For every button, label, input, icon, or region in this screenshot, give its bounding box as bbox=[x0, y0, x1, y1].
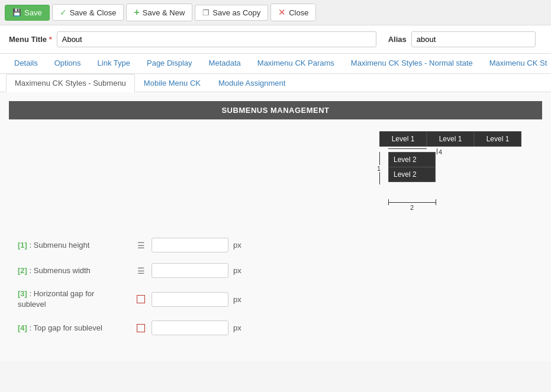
save-label: Save bbox=[24, 8, 42, 17]
level1-box-1: Level 1 bbox=[379, 131, 427, 147]
dim-2-left-tick bbox=[388, 199, 389, 205]
field-1-label: [1] : Submenu height bbox=[18, 241, 130, 250]
tab-maximenu-ck-st[interactable]: Maximenu CK St bbox=[481, 54, 551, 73]
field-3-label: [3] : Horizontal gap for sublevel bbox=[18, 289, 130, 310]
field-2-input[interactable] bbox=[152, 263, 228, 278]
dim-4-label: 4 bbox=[439, 148, 442, 155]
required-marker: * bbox=[49, 35, 52, 44]
tab-options[interactable]: Options bbox=[46, 54, 89, 73]
content-area: SUBMENUS MANAGEMENT Level 1 Level 1 Leve… bbox=[0, 92, 551, 361]
diagram-area: Level 1 Level 1 Level 1 Level 2 Level 2 … bbox=[9, 119, 542, 226]
save-icon: 💾 bbox=[12, 8, 21, 17]
dim-2-label: 2 bbox=[410, 204, 414, 211]
list-icon-2: ☰ bbox=[135, 266, 147, 276]
field-1-input[interactable] bbox=[152, 238, 228, 252]
diagram: Level 1 Level 1 Level 1 Level 2 Level 2 … bbox=[379, 131, 536, 220]
tab-page-display[interactable]: Page Display bbox=[138, 54, 201, 73]
plus-icon: + bbox=[134, 7, 139, 18]
x-icon: ✕ bbox=[278, 7, 286, 18]
save-close-button[interactable]: ✓ Save & Close bbox=[52, 4, 124, 21]
checkmark-icon: ✓ bbox=[60, 8, 67, 17]
save-new-button[interactable]: + Save & New bbox=[126, 4, 192, 21]
save-new-label: Save & New bbox=[143, 8, 185, 17]
tab-maximenu-ck-styles-normal[interactable]: Maximenu CK Styles - Normal state bbox=[343, 54, 481, 73]
menu-title-label: Menu Title * bbox=[9, 35, 52, 44]
field-2-unit: px bbox=[233, 266, 241, 275]
tab-link-type[interactable]: Link Type bbox=[89, 54, 138, 73]
tabs-row-1: Details Options Link Type Page Display M… bbox=[0, 54, 551, 74]
alias-group: Alias bbox=[388, 31, 536, 47]
tab-metadata[interactable]: Metadata bbox=[201, 54, 249, 73]
save-close-label: Save & Close bbox=[70, 8, 117, 17]
field-row-3: [3] : Horizontal gap for sublevel px bbox=[18, 289, 533, 310]
tabs-row-2: Maximenu CK Styles - Submenu Mobile Menu… bbox=[0, 74, 551, 92]
submenu-item-2: Level 2 bbox=[389, 167, 435, 182]
menu-title-group: Menu Title * bbox=[9, 31, 376, 47]
toolbar: 💾 Save ✓ Save & Close + Save & New ❐ Sav… bbox=[0, 0, 551, 25]
save-copy-button[interactable]: ❐ Save as Copy bbox=[195, 5, 268, 21]
field-3-unit: px bbox=[233, 295, 241, 304]
tab-module-assignment[interactable]: Module Assignment bbox=[210, 74, 294, 92]
dim-1-line: 1 bbox=[379, 152, 381, 184]
save-copy-label: Save as Copy bbox=[212, 8, 260, 17]
dim-3-label: 3 bbox=[405, 140, 409, 147]
alias-input[interactable] bbox=[411, 31, 536, 47]
field-3-input[interactable] bbox=[152, 292, 228, 307]
dim-3-line: 3 bbox=[388, 148, 427, 149]
tab-maximenu-ck-params[interactable]: Maximenu CK Params bbox=[249, 54, 343, 73]
dim-4-line bbox=[437, 148, 437, 154]
field-row-1: [1] : Submenu height ☰ px bbox=[18, 238, 533, 252]
field-1-unit: px bbox=[233, 241, 241, 250]
fields-area: [1] : Submenu height ☰ px [2] : Submenus… bbox=[9, 232, 542, 352]
save-button[interactable]: 💾 Save bbox=[5, 5, 50, 21]
submenu-box: Level 2 Level 2 bbox=[388, 152, 436, 182]
menu-title-input[interactable] bbox=[57, 31, 376, 47]
field-4-unit: px bbox=[233, 323, 241, 332]
dim-2-right-tick bbox=[436, 199, 436, 205]
field-4-label: [4] : Top gap for sublevel bbox=[18, 323, 130, 332]
field-row-4: [4] : Top gap for sublevel px bbox=[18, 320, 533, 335]
tab-details[interactable]: Details bbox=[6, 54, 46, 73]
copy-icon: ❐ bbox=[202, 8, 210, 17]
close-button[interactable]: ✕ Close bbox=[270, 4, 316, 21]
field-4-input[interactable] bbox=[152, 320, 228, 335]
level1-box-3: Level 1 bbox=[474, 131, 521, 147]
submenus-header: SUBMENUS MANAGEMENT bbox=[9, 101, 542, 119]
level1-box-2: Level 1 bbox=[427, 131, 474, 147]
field-2-label: [2] : Submenus width bbox=[18, 266, 130, 275]
field-row-2: [2] : Submenus width ☰ px bbox=[18, 263, 533, 278]
square-icon-3 bbox=[137, 295, 145, 303]
dim-2-line: 2 bbox=[388, 202, 436, 203]
square-icon-4 bbox=[137, 324, 145, 332]
close-label: Close bbox=[289, 8, 308, 17]
alias-label: Alias bbox=[388, 35, 407, 44]
submenu-item-1: Level 2 bbox=[389, 153, 435, 167]
form-area: Menu Title * Alias bbox=[0, 25, 551, 54]
list-icon-1: ☰ bbox=[135, 241, 147, 250]
tab-mobile-menu-ck[interactable]: Mobile Menu CK bbox=[135, 74, 210, 92]
tab-maximenu-ck-styles-submenu[interactable]: Maximenu CK Styles - Submenu bbox=[6, 74, 135, 92]
level1-row: Level 1 Level 1 Level 1 bbox=[379, 131, 521, 147]
dim-1-label: 1 bbox=[376, 165, 381, 172]
